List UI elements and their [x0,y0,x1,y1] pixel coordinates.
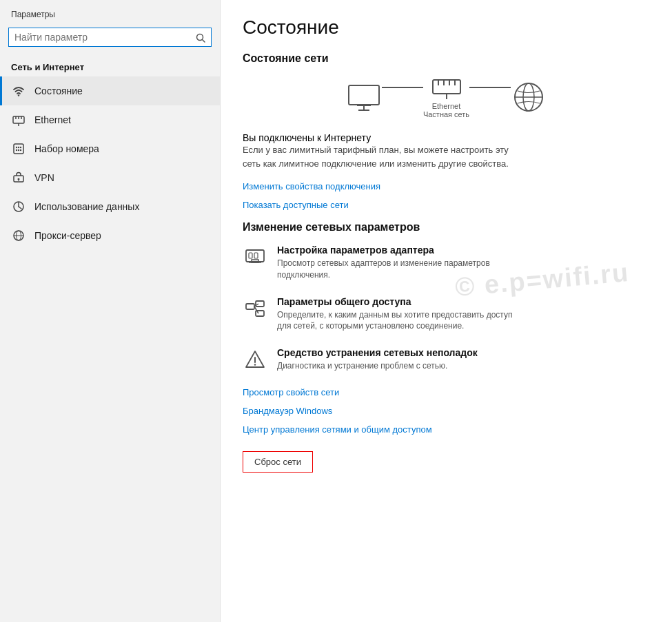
svg-rect-40 [246,304,254,309]
sidebar-item-label-dialup: Набор номера [34,143,99,154]
sidebar-item-label-status: Состояние [34,85,83,96]
svg-line-1 [203,40,205,43]
sharing-settings-text: Параметры общего доступа Определите, к к… [277,296,525,333]
page-title: Состояние [243,17,650,39]
sharing-desc: Определите, к каким данным вы хотите пре… [277,309,525,333]
svg-point-2 [18,95,19,96]
line-right [469,87,511,88]
svg-rect-41 [256,301,264,307]
svg-point-9 [16,147,17,148]
link-view-props[interactable]: Просмотр свойств сети [243,387,650,397]
router-icon [431,76,462,101]
data-usage-icon [11,199,26,214]
sidebar: Параметры Сеть и Интернет Состояние [0,0,221,622]
svg-rect-39 [254,253,258,258]
adapter-settings-desc: Просмотр сетевых адаптеров и изменение п… [277,258,525,281]
sidebar-item-label-vpn: VPN [34,172,54,183]
globe-icon-container [511,79,547,115]
link-show-networks[interactable]: Показать доступные сети [243,200,650,210]
search-input[interactable] [14,32,196,43]
sharing-settings-item[interactable]: Параметры общего доступа Определите, к к… [243,296,650,333]
sidebar-item-vpn[interactable]: VPN [0,163,220,192]
link-firewall[interactable]: Брандмауэр Windows [243,406,650,416]
svg-point-10 [18,147,19,148]
sidebar-item-proxy[interactable]: Прокси-сервер [0,221,220,250]
svg-point-14 [20,149,21,151]
search-icon [196,32,205,43]
svg-line-44 [254,307,258,313]
line-left [382,87,423,88]
computer-icon [346,83,382,112]
sidebar-item-label-proxy: Прокси-сервер [34,230,101,241]
troubleshoot-item[interactable]: Средство устранения сетевых неполадок Ди… [243,347,650,372]
svg-rect-26 [433,80,460,94]
sidebar-item-dialup[interactable]: Набор номера [0,134,220,163]
sidebar-item-status[interactable]: Состояние [0,76,220,105]
wifi-icon [11,83,26,99]
network-diagram: Ethernet Частная сеть [243,76,650,118]
svg-point-13 [18,149,19,151]
search-wrap [0,25,220,55]
sidebar-item-label-data-usage: Использование данных [34,201,139,212]
ethernet-icon-container: Ethernet Частная сеть [423,76,469,118]
sidebar-item-label-ethernet: Ethernet [34,114,71,125]
globe-icon [511,79,547,115]
svg-rect-38 [249,253,252,258]
private-network-label: Частная сеть [423,110,469,118]
adapter-settings-title: Настройка параметров адаптера [277,245,525,256]
svg-point-11 [20,147,21,148]
sharing-icon [243,296,267,321]
link-network-center[interactable]: Центр управления сетями и общим доступом [243,424,650,435]
network-status-title: Состояние сети [243,52,650,65]
ethernet-icon [11,112,26,127]
sidebar-item-ethernet[interactable]: Ethernet [0,105,220,134]
computer-icon-container [346,83,382,112]
dialup-icon [11,141,26,156]
search-box-container[interactable] [8,28,212,47]
ethernet-label: Ethernet [432,102,461,110]
reset-network-button[interactable]: Сброс сети [243,451,313,473]
svg-point-47 [254,364,256,365]
adapter-settings-item[interactable]: Настройка параметров адаптера Просмотр с… [243,245,650,281]
troubleshoot-title: Средство устранения сетевых неполадок [277,347,478,358]
link-change-props[interactable]: Изменить свойства подключения [243,181,650,191]
svg-point-12 [16,149,17,151]
main-content: Состояние Состояние сети Ethernet [221,0,672,622]
bottom-links: Просмотр свойств сети Брандмауэр Windows… [243,387,650,435]
proxy-icon [11,228,26,243]
change-section-title: Изменение сетевых параметров [243,221,650,234]
vpn-icon [11,170,26,185]
sharing-title: Параметры общего доступа [277,296,525,307]
adapter-icon [243,245,267,269]
svg-rect-22 [349,85,379,105]
connected-title: Вы подключены к Интернету [243,132,650,143]
nav-section-label: Сеть и Интернет [0,55,220,76]
sidebar-item-data-usage[interactable]: Использование данных [0,192,220,221]
troubleshoot-desc: Диагностика и устранение проблем с сетью… [277,360,478,372]
app-title: Параметры [0,0,220,25]
connected-desc: Если у вас лимитный тарифный план, вы мо… [243,143,518,170]
adapter-settings-text: Настройка параметров адаптера Просмотр с… [277,245,525,281]
troubleshoot-text: Средство устранения сетевых неполадок Ди… [277,347,478,372]
svg-point-16 [18,178,20,180]
troubleshoot-icon [243,347,267,372]
svg-rect-8 [14,144,23,154]
